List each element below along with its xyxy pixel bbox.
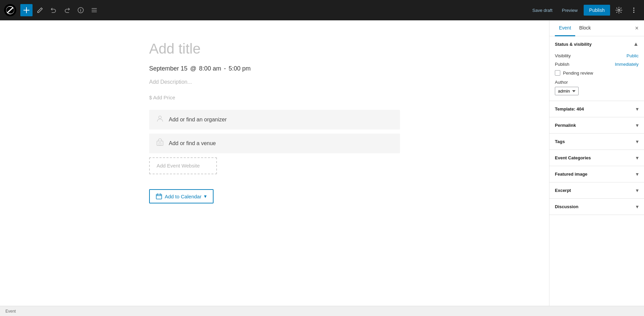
section-status-visibility: Status & visibility ▲ Visibility Public … xyxy=(549,36,644,101)
pending-review-label: Pending review xyxy=(563,71,593,76)
redo-icon xyxy=(64,7,70,13)
section-template-header[interactable]: Template: 404 ▾ xyxy=(549,101,644,117)
pending-review-checkbox[interactable] xyxy=(555,70,560,76)
svg-point-5 xyxy=(159,116,161,119)
publish-value[interactable]: Immediately xyxy=(615,62,639,67)
more-options-button[interactable] xyxy=(628,4,640,16)
visibility-value[interactable]: Public xyxy=(627,53,639,58)
section-tags-title: Tags xyxy=(555,139,565,144)
svg-point-2 xyxy=(633,8,635,9)
section-tags-header[interactable]: Tags ▾ xyxy=(549,134,644,150)
settings-gear-icon xyxy=(616,7,622,14)
preview-button[interactable]: Preview xyxy=(559,6,581,15)
section-status-visibility-chevron: ▲ xyxy=(633,41,639,47)
editor-area[interactable]: Add title September 15 @ 8:00 am - 5:00 … xyxy=(0,20,549,306)
event-date[interactable]: September 15 xyxy=(149,65,187,72)
section-tags: Tags ▾ xyxy=(549,134,644,150)
section-excerpt-header[interactable]: Excerpt ▾ xyxy=(549,182,644,198)
organizer-icon xyxy=(156,115,164,125)
section-permalink: Permalink ▾ xyxy=(549,117,644,134)
author-label: Author xyxy=(555,80,639,85)
section-discussion-header[interactable]: Discussion ▾ xyxy=(549,199,644,215)
section-template: Template: 404 ▾ xyxy=(549,101,644,117)
section-excerpt-title: Excerpt xyxy=(555,188,571,193)
toolbar-left xyxy=(4,4,100,16)
section-featured-image-header[interactable]: Featured image ▾ xyxy=(549,166,644,182)
pending-review-row: Pending review xyxy=(555,70,639,76)
section-tags-chevron: ▾ xyxy=(636,138,639,145)
section-excerpt: Excerpt ▾ xyxy=(549,182,644,199)
sidebar: Event Block × Status & visibility ▲ Visi… xyxy=(549,20,644,306)
publish-label: Publish xyxy=(555,62,569,67)
sidebar-tabs: Event Block × xyxy=(549,20,644,36)
section-discussion-chevron: ▾ xyxy=(636,203,639,210)
add-to-calendar-label: Add to Calendar xyxy=(165,194,201,199)
event-datetime: September 15 @ 8:00 am - 5:00 pm xyxy=(149,65,400,72)
more-vertical-icon xyxy=(630,7,637,14)
event-start-time[interactable]: 8:00 am xyxy=(199,65,221,72)
section-excerpt-chevron: ▾ xyxy=(636,187,639,194)
venue-label: Add or find a venue xyxy=(169,140,216,146)
author-select[interactable]: admin xyxy=(555,87,579,95)
section-event-categories-header[interactable]: Event Categories ▾ xyxy=(549,150,644,166)
section-status-visibility-title: Status & visibility xyxy=(555,42,591,47)
undo-icon xyxy=(51,7,57,13)
organizer-label: Add or find an organizer xyxy=(169,117,227,123)
event-time-separator: - xyxy=(224,65,226,72)
section-status-visibility-content: Visibility Public Publish Immediately Pe… xyxy=(549,52,644,101)
section-featured-image-chevron: ▾ xyxy=(636,171,639,177)
undo-button[interactable] xyxy=(47,4,60,16)
toolbar-right: Save draft Preview Publish xyxy=(529,4,640,16)
save-draft-button[interactable]: Save draft xyxy=(529,6,556,15)
section-template-chevron: ▾ xyxy=(636,106,639,112)
wp-logo-icon xyxy=(6,6,14,14)
sidebar-body: Status & visibility ▲ Visibility Public … xyxy=(549,36,644,306)
redo-button[interactable] xyxy=(61,4,73,16)
settings-button[interactable] xyxy=(613,4,625,16)
section-discussion-title: Discussion xyxy=(555,204,578,209)
svg-rect-7 xyxy=(159,143,161,145)
section-permalink-header[interactable]: Permalink ▾ xyxy=(549,117,644,133)
info-button[interactable] xyxy=(75,4,87,16)
add-price-text: Add Price xyxy=(153,95,175,100)
visibility-label: Visibility xyxy=(555,53,571,58)
list-view-icon xyxy=(91,7,97,13)
plus-icon xyxy=(23,7,29,13)
add-to-calendar-chevron: ▾ xyxy=(204,193,207,199)
add-venue-box[interactable]: Add or find a venue xyxy=(149,134,400,153)
section-status-visibility-header[interactable]: Status & visibility ▲ xyxy=(549,36,644,52)
event-end-time[interactable]: 5:00 pm xyxy=(228,65,250,72)
section-event-categories-title: Event Categories xyxy=(555,155,591,160)
event-at-symbol: @ xyxy=(190,65,196,72)
section-permalink-title: Permalink xyxy=(555,123,576,128)
svg-point-1 xyxy=(618,9,620,11)
add-description-field[interactable]: Add Description... xyxy=(149,79,400,85)
edit-button[interactable] xyxy=(34,4,46,16)
section-featured-image: Featured image ▾ xyxy=(549,166,644,182)
section-event-categories-chevron: ▾ xyxy=(636,155,639,161)
add-title-field[interactable]: Add title xyxy=(149,41,400,57)
add-event-website-box[interactable]: Add Event Website xyxy=(149,157,217,174)
tab-block[interactable]: Block xyxy=(575,20,595,36)
section-template-title: Template: 404 xyxy=(555,106,584,112)
section-featured-image-title: Featured image xyxy=(555,172,587,177)
price-dollar-sign: $ xyxy=(149,95,152,100)
wp-logo xyxy=(4,4,16,16)
add-organizer-box[interactable]: Add or find an organizer xyxy=(149,110,400,130)
add-price-field[interactable]: $ Add Price xyxy=(149,95,400,100)
publish-button[interactable]: Publish xyxy=(584,5,610,16)
visibility-row: Visibility Public xyxy=(555,53,639,58)
status-bar: Event xyxy=(0,306,644,316)
sidebar-close-button[interactable]: × xyxy=(635,25,639,31)
add-block-button[interactable] xyxy=(20,4,33,16)
list-view-button[interactable] xyxy=(88,4,100,16)
venue-icon xyxy=(156,138,164,149)
svg-point-4 xyxy=(633,12,635,13)
section-permalink-chevron: ▾ xyxy=(636,122,639,129)
calendar-icon xyxy=(156,193,162,199)
add-to-calendar-button[interactable]: Add to Calendar ▾ xyxy=(149,189,214,203)
author-row: Author admin xyxy=(555,80,639,95)
publish-row: Publish Immediately xyxy=(555,62,639,67)
tab-event[interactable]: Event xyxy=(555,20,575,36)
svg-rect-6 xyxy=(157,141,163,145)
